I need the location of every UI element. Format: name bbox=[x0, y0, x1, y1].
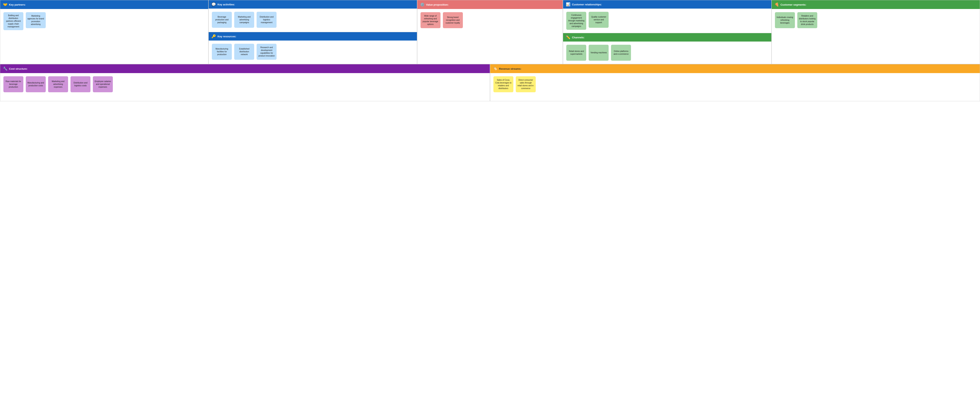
card: Established distribution network bbox=[234, 44, 254, 60]
customer-relationships-header: 📊 Customer relationships: bbox=[563, 0, 771, 9]
revenue-streams-title: Revenue streams: bbox=[499, 67, 521, 70]
channels-sub: ✏️ Channels: Retail stores and supermark… bbox=[563, 33, 771, 64]
partners-icon: 🤝 bbox=[3, 2, 7, 7]
card: Quality customer service and support bbox=[589, 12, 609, 28]
card: Beverage production and packaging bbox=[212, 12, 232, 28]
value-proposition-body: Wide range of refreshing and popular bev… bbox=[417, 9, 563, 64]
customer-relationships-title: Customer relationships: bbox=[572, 3, 602, 6]
key-resources-body: Manufacturing facilities for productionE… bbox=[208, 41, 417, 64]
customer-relationships-body: Continuous engagement through marketing … bbox=[563, 9, 771, 33]
key-resources-header: 🔑 Key resources: bbox=[208, 32, 417, 41]
card: Online platforms and e-commerce bbox=[611, 45, 631, 61]
revenue-streams-section: 🏷️ Revenue streams: Sales of Coca-Cola b… bbox=[490, 64, 980, 101]
card: Vending machines bbox=[589, 45, 609, 61]
card: Strong brand recognition and customer lo… bbox=[443, 12, 463, 28]
top-row: 🤝 Key partners: Bottling and distributio… bbox=[0, 0, 980, 64]
card: Research and development capabilities fo… bbox=[256, 44, 277, 60]
customer-segments-title: Customer segments: bbox=[781, 3, 806, 6]
key-activities-sub: 💬 Key activities: Beverage production an… bbox=[208, 0, 417, 32]
revenue-streams-body: Sales of Coca-Cola beverages to retailer… bbox=[490, 73, 980, 101]
value-proposition-title: Value proposition: bbox=[426, 3, 449, 6]
resources-icon: 🔑 bbox=[212, 34, 216, 38]
card: Raw materials for beverage production bbox=[3, 76, 23, 92]
card: Sales of Coca-Cola beverages to retailer… bbox=[493, 76, 513, 92]
cost-icon: 🔧 bbox=[3, 67, 7, 71]
key-partners-header: 🤝 Key partners: bbox=[0, 0, 208, 9]
value-icon: ⚙️ bbox=[420, 2, 425, 7]
customer-segments-body: Individuals craving refreshing beverages… bbox=[772, 9, 980, 64]
card: Marketing and advertising campaigns bbox=[234, 12, 254, 28]
cost-structure-title: Cost structure: bbox=[9, 67, 27, 70]
key-resources-sub: 🔑 Key resources: Manufacturing facilitie… bbox=[208, 32, 417, 64]
card: Marketing agencies for brand promotion a… bbox=[26, 12, 46, 28]
key-partners-title: Key partners: bbox=[9, 3, 26, 6]
channels-icon: ✏️ bbox=[566, 35, 570, 40]
card: Bottling and distribution partners effic… bbox=[3, 12, 23, 30]
card: Manufacturing and production costs bbox=[26, 76, 46, 92]
card: Marketing and advertising expenses bbox=[48, 76, 68, 92]
card: Distribution and logistics management bbox=[256, 12, 277, 28]
channels-title: Channels: bbox=[572, 36, 584, 39]
key-activities-body: Beverage production and packagingMarketi… bbox=[208, 9, 417, 32]
bottom-row: 🔧 Cost structure: Raw materials for beve… bbox=[0, 64, 980, 101]
key-activities-header: 💬 Key activities: bbox=[208, 0, 417, 9]
card: Wide range of refreshing and popular bev… bbox=[420, 12, 441, 28]
business-model-canvas: 🤝 Key partners: Bottling and distributio… bbox=[0, 0, 980, 101]
key-partners-body: Bottling and distribution partners effic… bbox=[0, 9, 208, 64]
customer-segments-header: 🍕 Customer segments: bbox=[772, 0, 980, 9]
channels-header: ✏️ Channels: bbox=[563, 33, 771, 41]
key-resources-title: Key resources: bbox=[218, 35, 236, 38]
key-activities-title: Key activities: bbox=[218, 3, 235, 6]
cost-structure-body: Raw materials for beverage productionMan… bbox=[0, 73, 490, 101]
card: Direct consumer sales through retail sto… bbox=[516, 76, 536, 92]
cost-structure-header: 🔧 Cost structure: bbox=[0, 64, 490, 73]
value-proposition-header: ⚙️ Value proposition: bbox=[417, 0, 563, 9]
channels-body: Retail stores and supermarketsVending ma… bbox=[563, 41, 771, 64]
card: Retail stores and supermarkets bbox=[566, 45, 586, 61]
card: Manufacturing facilities for production bbox=[212, 44, 232, 60]
customer-segments-section: 🍕 Customer segments: Individuals craving… bbox=[772, 0, 980, 64]
revenue-streams-header: 🏷️ Revenue streams: bbox=[490, 64, 980, 73]
segments-icon: 🍕 bbox=[775, 2, 779, 7]
card: Distribution and logistics costs bbox=[70, 76, 91, 92]
relationships-icon: 📊 bbox=[566, 2, 570, 6]
value-proposition-section: ⚙️ Value proposition: Wide range of refr… bbox=[417, 0, 563, 64]
card: Individuals craving refreshing beverages bbox=[775, 12, 795, 28]
activities-icon: 💬 bbox=[212, 2, 216, 6]
customer-relationships-section: 📊 Customer relationships: Continuous eng… bbox=[563, 0, 772, 64]
key-activities-section: 💬 Key activities: Beverage production an… bbox=[208, 0, 417, 64]
card: Employee salaries and operational expens… bbox=[93, 76, 113, 92]
cost-structure-section: 🔧 Cost structure: Raw materials for beve… bbox=[0, 64, 490, 101]
card: Continuous engagement through marketing … bbox=[566, 12, 586, 30]
customer-relationships-sub: 📊 Customer relationships: Continuous eng… bbox=[563, 0, 771, 33]
revenue-icon: 🏷️ bbox=[493, 67, 497, 71]
key-partners-section: 🤝 Key partners: Bottling and distributio… bbox=[0, 0, 208, 64]
card: Retailers and distributors looking to st… bbox=[797, 12, 817, 28]
